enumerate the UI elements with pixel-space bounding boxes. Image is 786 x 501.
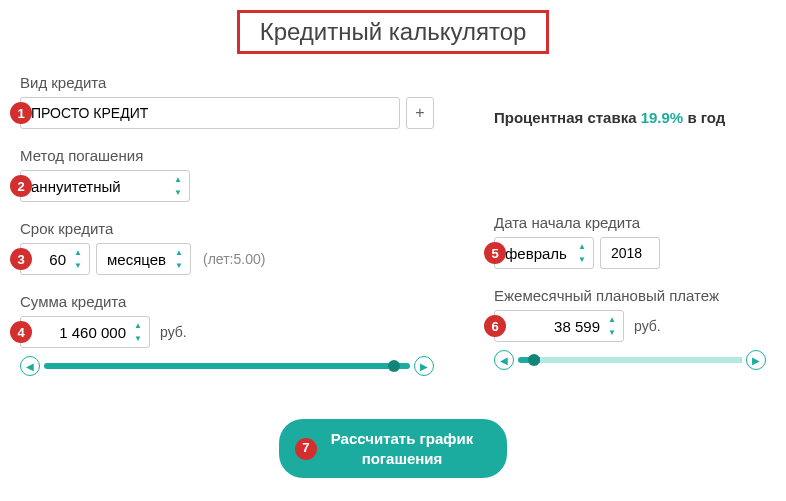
amount-stepper[interactable]: ▲ ▼ bbox=[20, 316, 150, 348]
calculate-button[interactable]: 7 Рассчитать график погашения bbox=[279, 419, 507, 478]
payment-unit: руб. bbox=[634, 318, 661, 334]
month-down-icon[interactable]: ▼ bbox=[574, 253, 590, 266]
amount-slider-thumb[interactable] bbox=[388, 360, 400, 372]
term-years-hint: (лет:5.00) bbox=[203, 251, 265, 267]
payment-slider-left-icon[interactable]: ◀ bbox=[494, 350, 514, 370]
amount-value[interactable] bbox=[21, 324, 130, 341]
month-select[interactable]: ▲ ▼ bbox=[494, 237, 594, 269]
amount-slider-left-icon[interactable]: ◀ bbox=[20, 356, 40, 376]
payment-slider-right-icon[interactable]: ▶ bbox=[746, 350, 766, 370]
payment-up-icon[interactable]: ▲ bbox=[604, 313, 620, 326]
term-unit-select[interactable]: ▲ ▼ bbox=[96, 243, 191, 275]
method-value[interactable] bbox=[21, 178, 170, 195]
payment-slider[interactable] bbox=[518, 357, 742, 363]
amount-up-icon[interactable]: ▲ bbox=[130, 319, 146, 332]
term-up-icon[interactable]: ▲ bbox=[70, 246, 86, 259]
month-value[interactable] bbox=[495, 245, 574, 262]
amount-unit: руб. bbox=[160, 324, 187, 340]
payment-label: Ежемесячный плановый платеж bbox=[494, 287, 766, 304]
term-unit-value[interactable] bbox=[97, 251, 171, 268]
payment-value[interactable] bbox=[495, 318, 604, 335]
month-up-icon[interactable]: ▲ bbox=[574, 240, 590, 253]
method-up-icon[interactable]: ▲ bbox=[170, 173, 186, 186]
badge-4: 4 bbox=[10, 321, 32, 343]
badge-5: 5 bbox=[484, 242, 506, 264]
badge-7: 7 bbox=[295, 438, 317, 460]
year-input[interactable] bbox=[600, 237, 660, 269]
term-down-icon[interactable]: ▼ bbox=[70, 259, 86, 272]
method-label: Метод погашения bbox=[20, 147, 434, 164]
rate-suffix: в год bbox=[683, 109, 725, 126]
add-credit-type-button[interactable]: + bbox=[406, 97, 434, 129]
amount-slider-right-icon[interactable]: ▶ bbox=[414, 356, 434, 376]
badge-3: 3 bbox=[10, 248, 32, 270]
method-select[interactable]: ▲ ▼ bbox=[20, 170, 190, 202]
rate-prefix: Процентная ставка bbox=[494, 109, 641, 126]
start-date-label: Дата начала кредита bbox=[494, 214, 766, 231]
method-down-icon[interactable]: ▼ bbox=[170, 186, 186, 199]
amount-down-icon[interactable]: ▼ bbox=[130, 332, 146, 345]
amount-slider[interactable] bbox=[44, 363, 410, 369]
term-unit-up-icon[interactable]: ▲ bbox=[171, 246, 187, 259]
badge-2: 2 bbox=[10, 175, 32, 197]
badge-6: 6 bbox=[484, 315, 506, 337]
payment-slider-thumb[interactable] bbox=[528, 354, 540, 366]
amount-label: Сумма кредита bbox=[20, 293, 434, 310]
badge-1: 1 bbox=[10, 102, 32, 124]
rate-line: Процентная ставка 19.9% в год bbox=[494, 109, 766, 126]
rate-value: 19.9% bbox=[641, 109, 684, 126]
calculate-button-label: Рассчитать график погашения bbox=[331, 429, 473, 468]
payment-stepper[interactable]: ▲ ▼ bbox=[494, 310, 624, 342]
page-title: Кредитный калькулятор bbox=[237, 10, 550, 54]
credit-type-label: Вид кредита bbox=[20, 74, 434, 91]
term-label: Срок кредита bbox=[20, 220, 434, 237]
payment-down-icon[interactable]: ▼ bbox=[604, 326, 620, 339]
term-unit-down-icon[interactable]: ▼ bbox=[171, 259, 187, 272]
credit-type-input[interactable] bbox=[20, 97, 400, 129]
